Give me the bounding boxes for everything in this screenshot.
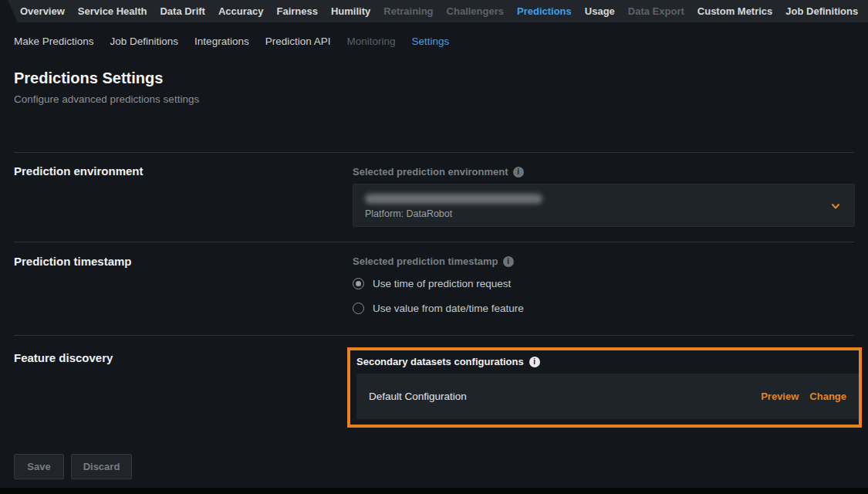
- radio-label: Use time of prediction request: [373, 278, 511, 289]
- section-divider: [14, 152, 854, 153]
- configuration-name: Default Configuration: [369, 391, 467, 402]
- info-icon[interactable]: [529, 357, 540, 367]
- top-nav-fairness[interactable]: Fairness: [277, 5, 318, 17]
- top-nav-accuracy[interactable]: Accuracy: [218, 5, 264, 17]
- sub-nav-prediction-api[interactable]: Prediction API: [265, 36, 331, 47]
- top-nav: Overview Service Health Data Drift Accur…: [0, 0, 868, 22]
- top-nav-humility[interactable]: Humility: [331, 5, 370, 17]
- predictions-sub-nav: Make Predictions Job Definitions Integra…: [0, 31, 868, 51]
- info-icon[interactable]: [503, 256, 514, 267]
- sub-nav-settings[interactable]: Settings: [411, 36, 449, 47]
- predictions-settings-screen: Overview Service Health Data Drift Accur…: [0, 0, 868, 494]
- radio-use-time-of-prediction-request[interactable]: Use time of prediction request: [353, 278, 511, 289]
- top-nav-job-definitions[interactable]: Job Definitions: [785, 5, 858, 17]
- section-label-prediction-timestamp: Prediction timestamp: [14, 255, 132, 268]
- radio-selected-icon[interactable]: [353, 278, 364, 289]
- page-title: Predictions Settings: [14, 69, 163, 87]
- sub-nav-monitoring: Monitoring: [346, 36, 395, 47]
- sub-nav-make-predictions[interactable]: Make Predictions: [14, 36, 94, 47]
- selected-prediction-environment-label: Selected prediction environment: [353, 166, 524, 178]
- discard-button[interactable]: Discard: [71, 454, 132, 479]
- callout-title-text: Secondary datasets configurations: [356, 356, 524, 367]
- info-icon[interactable]: [513, 167, 524, 178]
- chevron-down-icon: [830, 201, 841, 211]
- top-nav-data-drift[interactable]: Data Drift: [160, 5, 205, 17]
- page-subtitle: Configure advanced predictions settings: [14, 93, 199, 105]
- default-configuration-row: Default Configuration Preview Change: [356, 374, 859, 419]
- change-link[interactable]: Change: [809, 391, 846, 402]
- section-divider: [14, 335, 854, 336]
- sub-nav-integrations[interactable]: Integrations: [194, 36, 249, 47]
- top-nav-retraining: Retraining: [383, 5, 433, 17]
- radio-unselected-icon[interactable]: [353, 303, 364, 314]
- configuration-actions: Preview Change: [761, 391, 846, 402]
- top-nav-custom-metrics[interactable]: Custom Metrics: [697, 5, 773, 17]
- secondary-datasets-title: Secondary datasets configurations: [356, 356, 540, 367]
- section-label-prediction-environment: Prediction environment: [14, 164, 144, 178]
- top-nav-service-health[interactable]: Service Health: [78, 5, 147, 17]
- top-nav-data-export: Data Export: [628, 5, 684, 17]
- section-divider: [14, 242, 854, 242]
- environment-platform-text: Platform: DataRobot: [365, 208, 452, 219]
- top-nav-challengers: Challengers: [447, 5, 504, 17]
- bottom-strip: [0, 488, 868, 494]
- section-label-feature-discovery: Feature discovery: [14, 351, 113, 364]
- top-nav-predictions[interactable]: Predictions: [517, 5, 572, 17]
- field-label-text: Selected prediction environment: [353, 166, 508, 178]
- secondary-datasets-callout: Secondary datasets configurations Defaul…: [347, 347, 862, 428]
- save-button[interactable]: Save: [14, 454, 64, 479]
- sub-nav-job-definitions[interactable]: Job Definitions: [110, 36, 179, 47]
- top-nav-usage[interactable]: Usage: [585, 5, 615, 17]
- prediction-environment-select[interactable]: Platform: DataRobot: [353, 184, 855, 227]
- field-label-text: Selected prediction timestamp: [353, 255, 498, 267]
- top-nav-overview[interactable]: Overview: [20, 5, 65, 17]
- radio-label: Use value from date/time feature: [373, 303, 524, 314]
- redacted-environment-url: [365, 194, 542, 204]
- preview-link[interactable]: Preview: [761, 391, 799, 402]
- selected-prediction-timestamp-label: Selected prediction timestamp: [353, 255, 514, 267]
- radio-use-value-from-datetime-feature[interactable]: Use value from date/time feature: [353, 303, 524, 314]
